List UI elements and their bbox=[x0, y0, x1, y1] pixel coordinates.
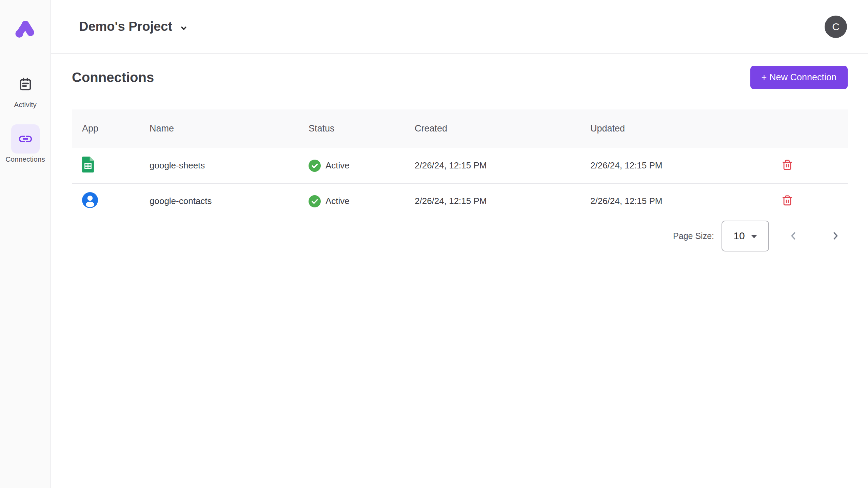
google-sheets-icon bbox=[82, 157, 94, 172]
activity-calendar-icon bbox=[18, 77, 33, 92]
created-date: 2/26/24, 12:15 PM bbox=[415, 183, 590, 219]
pagination-bar: Page Size: 10 bbox=[72, 221, 848, 251]
delete-connection-button[interactable] bbox=[780, 194, 794, 208]
page-size-select[interactable]: 10 bbox=[722, 221, 769, 251]
chevron-left-icon bbox=[787, 230, 800, 242]
column-header-app: App bbox=[72, 109, 150, 148]
page-header: Connections + New Connection bbox=[72, 66, 848, 89]
topbar: Demo's Project C bbox=[51, 0, 868, 54]
connections-icon-box bbox=[11, 124, 40, 154]
delete-connection-button[interactable] bbox=[780, 158, 794, 172]
check-circle-icon bbox=[309, 160, 321, 172]
status-badge: Active bbox=[309, 148, 415, 183]
chevron-down-icon bbox=[179, 23, 189, 33]
table-header: App Name Status Created Updated bbox=[72, 109, 848, 148]
updated-date: 2/26/24, 12:15 PM bbox=[590, 183, 780, 219]
next-page-button[interactable] bbox=[827, 228, 844, 244]
caret-down-icon bbox=[751, 235, 757, 238]
status-badge: Active bbox=[309, 184, 415, 219]
chevron-right-icon bbox=[829, 230, 842, 242]
column-header-created: Created bbox=[415, 109, 590, 148]
trash-icon bbox=[782, 159, 793, 171]
connection-name: google-contacts bbox=[150, 183, 309, 219]
status-label: Active bbox=[326, 196, 350, 206]
activepieces-logo-icon bbox=[13, 18, 38, 41]
table-row[interactable]: google-sheets Active 2/26/24, 12:15 PM 2… bbox=[72, 148, 848, 183]
table-row[interactable]: google-contacts Active 2/26/24, 12:15 PM… bbox=[72, 183, 848, 219]
previous-page-button[interactable] bbox=[785, 228, 802, 244]
new-connection-button[interactable]: + New Connection bbox=[750, 66, 848, 89]
updated-date: 2/26/24, 12:15 PM bbox=[590, 148, 780, 183]
connection-name: google-sheets bbox=[150, 148, 309, 183]
status-label: Active bbox=[326, 160, 350, 171]
page-title: Connections bbox=[72, 70, 154, 85]
column-header-actions bbox=[780, 109, 848, 148]
check-circle-icon bbox=[309, 195, 321, 207]
project-switcher[interactable]: Demo's Project bbox=[79, 19, 189, 34]
sidebar-item-activity[interactable]: Activity bbox=[11, 70, 40, 109]
user-avatar[interactable]: C bbox=[825, 16, 847, 38]
project-title: Demo's Project bbox=[79, 19, 172, 34]
sidebar: Activity Connections bbox=[0, 0, 51, 488]
main-content: Connections + New Connection App Name St… bbox=[51, 54, 868, 251]
connections-table: App Name Status Created Updated bbox=[72, 109, 848, 219]
page-size-label: Page Size: bbox=[673, 231, 714, 241]
column-header-status: Status bbox=[309, 109, 415, 148]
sidebar-item-label: Activity bbox=[14, 101, 37, 109]
created-date: 2/26/24, 12:15 PM bbox=[415, 148, 590, 183]
link-icon bbox=[18, 131, 33, 147]
column-header-updated: Updated bbox=[590, 109, 780, 148]
activity-icon-box bbox=[11, 70, 40, 99]
sidebar-item-connections[interactable]: Connections bbox=[5, 124, 45, 163]
trash-icon bbox=[782, 195, 793, 206]
column-header-name: Name bbox=[150, 109, 309, 148]
sidebar-item-label: Connections bbox=[5, 155, 45, 163]
page-size-value: 10 bbox=[733, 230, 745, 242]
google-contacts-icon bbox=[82, 192, 98, 208]
